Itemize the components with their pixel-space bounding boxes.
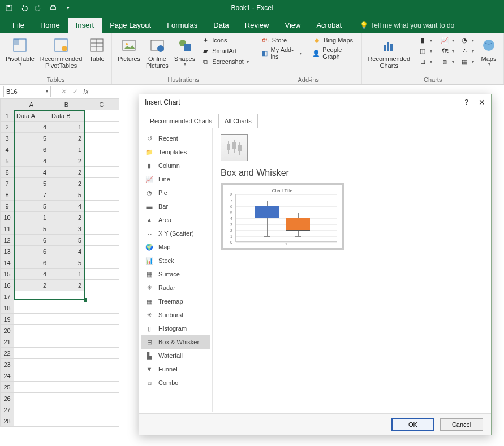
table-row[interactable]: 352 (1, 133, 119, 144)
table-row[interactable]: 1012 (1, 212, 119, 223)
table-button[interactable]: Table (85, 35, 108, 63)
chart-type-stock[interactable]: 📊Stock (141, 254, 210, 267)
chart-surface-button[interactable]: ▦▾ (458, 57, 476, 67)
chart-scatter-button[interactable]: ∴▾ (458, 46, 476, 56)
online-pictures-button[interactable]: Online Pictures (144, 35, 171, 70)
table-row[interactable]: 1465 (1, 257, 119, 269)
chart-type-recent[interactable]: ↺Recent (141, 132, 210, 145)
chart-type-templates[interactable]: 📁Templates (141, 145, 210, 159)
chart-type-surface[interactable]: ▦Surface (141, 267, 210, 281)
chart-subtype-boxwhisker[interactable] (221, 134, 248, 161)
fx-cancel-icon[interactable]: ✕ (58, 88, 69, 96)
tell-me[interactable]: 💡 Tell me what you want to do (360, 21, 454, 33)
chart-pie-button[interactable]: ◔▾ (458, 35, 476, 45)
dialog-help-icon[interactable]: ? (464, 98, 468, 106)
recommended-pivot-button[interactable]: Recommended PivotTables (38, 35, 85, 70)
chart-type-bar[interactable]: ▬Bar (141, 200, 210, 213)
qat-more-icon[interactable]: ▾ (62, 2, 74, 14)
chart-type-area[interactable]: ▲Area (141, 213, 210, 227)
table-row[interactable]: 27 (1, 404, 119, 415)
table-row[interactable]: 1364 (1, 246, 119, 257)
tab-insert[interactable]: Insert (68, 18, 102, 33)
chart-type-x-y-scatter-[interactable]: ∴X Y (Scatter) (141, 227, 210, 240)
name-box[interactable]: B16▾ (3, 86, 51, 97)
chart-combo-button[interactable]: ⧈▾ (438, 57, 456, 67)
chart-type-line[interactable]: 📈Line (141, 172, 210, 186)
table-row[interactable]: 542 (1, 155, 119, 167)
table-row[interactable]: 1Data AData B (1, 110, 119, 122)
quickprint-icon[interactable] (48, 2, 59, 14)
table-row[interactable]: 25 (1, 382, 119, 393)
table-row[interactable]: 23 (1, 359, 119, 370)
pictures-button[interactable]: Pictures (115, 35, 143, 63)
chart-map-button[interactable]: 🗺▾ (438, 46, 456, 56)
cancel-button[interactable]: Cancel (440, 418, 483, 431)
store-button[interactable]: 🛍Store (259, 35, 304, 45)
tab-formulas[interactable]: Formulas (159, 18, 205, 33)
table-row[interactable]: 1541 (1, 269, 119, 280)
chart-line-button[interactable]: 📈▾ (438, 35, 456, 45)
fx-enter-icon[interactable]: ✓ (69, 88, 80, 96)
table-row[interactable]: 22 (1, 348, 119, 359)
chart-stat-button[interactable]: ⊞▾ (416, 57, 434, 67)
tab-home[interactable]: Home (32, 18, 68, 33)
chart-hierarchy-button[interactable]: ◫▾ (416, 46, 434, 56)
screenshot-button[interactable]: ⧉Screenshot▾ (199, 57, 251, 67)
table-row[interactable]: 1265 (1, 235, 119, 246)
table-row[interactable]: 21 (1, 336, 119, 348)
chart-column-button[interactable]: ▮▾ (416, 35, 434, 45)
table-row[interactable]: 17 (1, 291, 119, 302)
icons-label: Icons (212, 37, 227, 44)
table-row[interactable]: 954 (1, 201, 119, 212)
chart-type-box-whisker[interactable]: ⊟Box & Whisker (141, 335, 210, 349)
chart-type-treemap[interactable]: ▦Treemap (141, 295, 210, 308)
table-row[interactable]: 461 (1, 144, 119, 155)
chart-preview[interactable]: Chart Title 012345678 1 (221, 183, 344, 250)
chart-type-sunburst[interactable]: ☀Sunburst (141, 308, 210, 322)
table-row[interactable]: 28 (1, 415, 119, 427)
chart-type-pie[interactable]: ◔Pie (141, 186, 210, 200)
dialog-close-icon[interactable]: ✕ (479, 98, 485, 107)
undo-icon[interactable] (18, 2, 29, 14)
tab-acrobat[interactable]: Acrobat (308, 18, 350, 33)
myaddins-button[interactable]: ◧My Add-ins▾ (259, 46, 304, 60)
tab-recommended-charts[interactable]: Recommended Charts (144, 114, 218, 128)
ok-button[interactable]: OK (391, 418, 434, 431)
chart-type-map[interactable]: 🌍Map (141, 240, 210, 254)
fx-icon[interactable]: fx (80, 88, 92, 96)
table-row[interactable]: 20 (1, 325, 119, 336)
tab-review[interactable]: Review (237, 18, 277, 33)
table-row[interactable]: 642 (1, 167, 119, 178)
table-row[interactable]: 1153 (1, 223, 119, 235)
table-row[interactable]: 26 (1, 393, 119, 404)
save-icon[interactable] (3, 2, 15, 14)
tab-file[interactable]: File (5, 18, 32, 33)
table-row[interactable]: 241 (1, 122, 119, 133)
redo-icon[interactable] (33, 2, 44, 14)
shapes-button[interactable]: Shapes▾ (172, 35, 197, 68)
table-row[interactable]: 752 (1, 178, 119, 189)
chart-type-histogram[interactable]: ▯Histogram (141, 322, 210, 335)
tab-view[interactable]: View (277, 18, 308, 33)
chart-type-radar[interactable]: ✳Radar (141, 281, 210, 295)
chart-type-waterfall[interactable]: ▙Waterfall (141, 349, 210, 362)
tab-data[interactable]: Data (205, 18, 236, 33)
table-row[interactable]: 19 (1, 314, 119, 325)
bingmaps-button[interactable]: ◆Bing Maps (310, 35, 358, 45)
tab-pagelayout[interactable]: Page Layout (102, 18, 159, 33)
table-row[interactable]: 875 (1, 189, 119, 201)
chart-type-column[interactable]: ▮Column (141, 159, 210, 172)
svg-rect-19 (387, 42, 389, 51)
chart-type-funnel[interactable]: ▼Funnel (141, 362, 210, 376)
recommended-charts-button[interactable]: Recommended Charts (365, 35, 412, 70)
chart-type-combo[interactable]: ⧈Combo (141, 376, 210, 389)
icons-button[interactable]: ✦Icons (199, 35, 251, 45)
maps-button[interactable]: Maps▾ (477, 35, 500, 68)
pivottable-button[interactable]: PivotTable▾ (3, 35, 37, 68)
tab-all-charts[interactable]: All Charts (218, 114, 258, 128)
table-row[interactable]: 18 (1, 302, 119, 314)
peoplegraph-button[interactable]: 👤People Graph (310, 46, 358, 60)
table-row[interactable]: 1622 (1, 280, 119, 291)
smartart-button[interactable]: ▰SmartArt (199, 46, 251, 56)
table-row[interactable]: 24 (1, 370, 119, 382)
